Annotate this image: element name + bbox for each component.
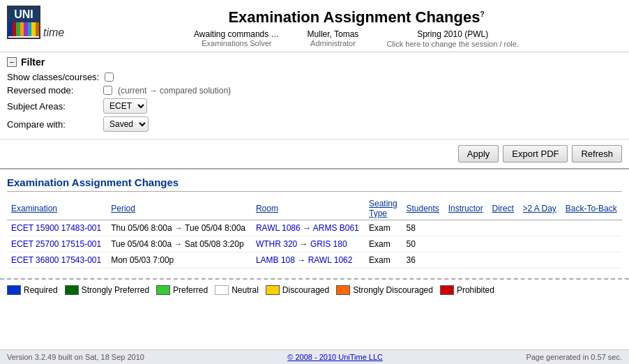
legend-label: Strongly Discouraged [353,285,433,295]
cell-exam[interactable]: ECET 25700 17515-001 [7,236,107,252]
exam-link[interactable]: ECET 36800 17543-001 [11,255,101,265]
cell-2aday [518,220,561,236]
legend-label: Required [24,285,58,295]
cell-students: 36 [402,252,444,268]
logo-time-text: time [43,26,64,39]
filter-header[interactable]: − Filter [7,56,622,68]
col-direct: Direct [488,197,519,220]
cell-2aday [518,236,561,252]
filter-row-reversed: Reversed mode: (current → compared solut… [7,85,622,96]
buttons-area: Apply Export PDF Refresh [0,139,629,169]
user-sub-text: Administrator [308,39,359,47]
cell-room: WTHR 320 → GRIS 180 [252,236,365,252]
subject-areas-label: Subject Areas: [7,101,98,112]
uni-text: UNI [8,7,39,22]
cell-back-to-back [561,220,622,236]
compare-with-label: Compare with: [7,119,98,130]
room-from-link[interactable]: RAWL 1086 [256,223,301,233]
cell-direct [488,220,519,236]
cell-students: 50 [402,236,444,252]
footer-copyright[interactable]: © 2008 - 2010 UniTime LLC [287,353,383,361]
header-info: Awaiting commands … Examinations Solver … [91,29,622,49]
exam-link[interactable]: ECET 25700 17515-001 [11,239,101,249]
cell-period: Mon 05/03 7:00p [107,252,252,268]
col-2aday: >2 A Day [518,197,561,220]
user-text: Muller, Tomas [308,29,359,39]
subject-areas-select[interactable]: ECET [103,98,147,114]
reversed-mode-checkbox[interactable] [103,86,112,95]
export-pdf-button[interactable]: Export PDF [503,145,568,162]
reversed-mode-label: Reversed mode: [7,85,98,96]
legend-color-box [7,285,21,295]
table-row: ECET 15900 17483-001Thu 05/06 8:00a → Tu… [7,220,622,236]
table-row: ECET 36800 17543-001Mon 05/03 7:00pLAMB … [7,252,622,268]
page-title-text: Examination Assignment Changes [228,8,480,26]
section-title: Examination Assignment Changes [7,176,622,192]
legend-item: Discouraged [266,285,329,295]
table-row: ECET 25700 17515-001Tue 05/04 8:00a → Sa… [7,236,622,252]
table-header-row: Examination Period Room SeatingType Stud… [7,197,622,220]
legend-item: Strongly Discouraged [336,285,433,295]
page-header: UNI time Examination Assignment Changes?… [0,0,629,52]
filter-label: Filter [21,56,45,68]
filter-section: − Filter Show classes/courses: Reversed … [0,52,629,139]
legend-label: Strongly Preferred [82,285,149,295]
footer-version: Version 3.2.49 built on Sat, 18 Sep 2010 [7,353,144,361]
legend-item: Required [7,285,58,295]
col-instructor: Instructor [444,197,488,220]
room-to-link[interactable]: ARMS B061 [313,223,359,233]
logo-block-8 [36,22,40,36]
col-back-to-back: Back-To-Back [561,197,622,220]
cell-instructor [444,220,488,236]
compare-with-select[interactable]: Saved [103,116,149,132]
cell-exam[interactable]: ECET 36800 17543-001 [7,252,107,268]
legend-item: Preferred [156,285,208,295]
exam-link[interactable]: ECET 15900 17483-001 [11,223,101,233]
room-to-link[interactable]: GRIS 180 [310,239,347,249]
room-from-link[interactable]: LAMB 108 [256,255,295,265]
cell-back-to-back [561,252,622,268]
show-classes-checkbox[interactable] [105,73,114,82]
legend-item: Strongly Preferred [65,285,149,295]
col-students: Students [402,197,444,220]
cell-seating-type: Exam [365,236,402,252]
filter-collapse-icon[interactable]: − [7,57,17,67]
cell-direct [488,252,519,268]
legend-label: Discouraged [282,285,329,295]
legend-item: Prohibited [440,285,494,295]
session-item[interactable]: Spring 2010 (PWL) Click here to change t… [386,29,519,49]
title-superscript: ? [480,10,484,18]
session-link[interactable]: Click here to change the session / role. [386,40,519,48]
filter-row-show-classes: Show classes/courses: [7,72,622,82]
legend-color-box [266,285,280,295]
refresh-button[interactable]: Refresh [572,145,622,162]
cell-students: 58 [402,220,444,236]
main-content: Examination Assignment Changes Examinati… [0,169,629,275]
cell-instructor [444,252,488,268]
legend-label: Preferred [173,285,208,295]
cell-back-to-back [561,236,622,252]
logo-box: UNI [7,6,40,39]
cell-room: RAWL 1086 → ARMS B061 [252,220,365,236]
cell-period: Thu 05/06 8:00a → Tue 05/04 8:00a [107,220,252,236]
page-title: Examination Assignment Changes? [91,8,622,26]
table-header: Examination Period Room SeatingType Stud… [7,197,622,220]
exam-table: Examination Period Room SeatingType Stud… [7,197,622,268]
room-from-link[interactable]: WTHR 320 [256,239,297,249]
cell-direct [488,236,519,252]
cell-2aday [518,252,561,268]
legend-color-box [215,285,229,295]
reversed-mode-note: (current → compared solution) [118,86,231,96]
room-to-link[interactable]: RAWL 1062 [308,255,353,265]
cell-exam[interactable]: ECET 15900 17483-001 [7,220,107,236]
col-seating-type: SeatingType [365,197,402,220]
legend-label: Prohibited [457,285,494,295]
col-examination: Examination [7,197,107,220]
col-period: Period [107,197,252,220]
session-text: Spring 2010 (PWL) [386,29,519,39]
apply-button[interactable]: Apply [458,145,499,162]
user-item: Muller, Tomas Administrator [308,29,359,49]
cell-room: LAMB 108 → RAWL 1062 [252,252,365,268]
legend-area: RequiredStrongly PreferredPreferredNeutr… [0,278,629,301]
logo-area: UNI time [7,6,91,39]
